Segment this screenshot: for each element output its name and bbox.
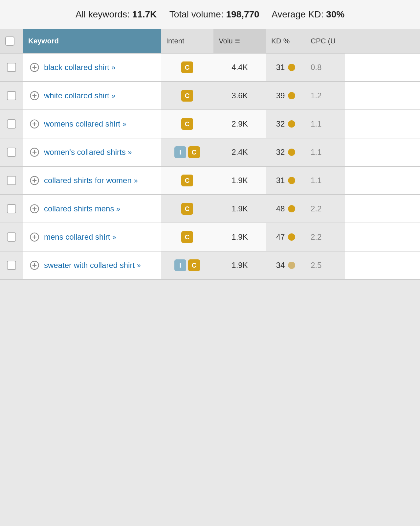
keyword-text[interactable]: women's collared shirts » (44, 147, 132, 157)
keyword-text[interactable]: mens collared shirt » (44, 232, 116, 242)
intent-badge-c: C (181, 61, 193, 73)
table-row: collared shirts mens »C1.9K482.2 (0, 195, 420, 223)
intent-badge-c: C (188, 259, 200, 271)
add-keyword-icon[interactable] (30, 62, 39, 72)
cpc-cell: 2.2 (305, 223, 345, 251)
kd-value: 31 (276, 63, 285, 72)
row-checkbox[interactable] (7, 176, 16, 185)
intent-cell: C (161, 54, 213, 81)
row-checkbox[interactable] (7, 204, 16, 213)
volume-cell: 2.4K (213, 138, 266, 166)
intent-badge-i: I (174, 259, 186, 271)
header-kd: KD % (266, 29, 305, 53)
add-keyword-icon[interactable] (30, 147, 39, 157)
row-checkbox[interactable] (7, 63, 16, 72)
intent-badge-c: C (181, 175, 193, 186)
row-checkbox[interactable] (7, 119, 16, 129)
keyword-text[interactable]: sweater with collared shirt » (44, 260, 141, 271)
row-checkbox-cell (0, 251, 23, 279)
kd-dot (288, 149, 295, 156)
intent-cell: C (161, 82, 213, 109)
volume-cell: 1.9K (213, 223, 266, 251)
kd-cell: 32 (266, 138, 305, 166)
keyword-cell: women's collared shirts » (23, 138, 161, 166)
row-checkbox-cell (0, 167, 23, 194)
header-volume[interactable]: Volu ☰ (213, 29, 266, 53)
volume-cell: 2.9K (213, 110, 266, 138)
header-checkbox-col (0, 29, 23, 53)
header-keyword: Keyword (23, 29, 161, 53)
row-checkbox-cell (0, 110, 23, 138)
volume-cell: 4.4K (213, 54, 266, 81)
volume-cell: 1.9K (213, 251, 266, 279)
keyword-expand-arrows[interactable]: » (111, 92, 115, 100)
all-keywords-value: 11.7K (132, 9, 157, 19)
keyword-text[interactable]: black collared shirt » (44, 62, 116, 73)
header-cpc: CPC (U (305, 29, 345, 53)
table-row: sweater with collared shirt »IC1.9K342.5 (0, 251, 420, 280)
keyword-cell: womens collared shirt » (23, 110, 161, 138)
row-checkbox-cell (0, 195, 23, 223)
kd-value: 32 (276, 119, 285, 129)
volume-cell: 1.9K (213, 195, 266, 223)
keyword-cell: collared shirts mens » (23, 195, 161, 223)
keyword-expand-arrows[interactable]: » (116, 205, 120, 213)
header-checkbox[interactable] (5, 36, 14, 46)
intent-badge-c: C (188, 146, 200, 158)
row-checkbox-cell (0, 82, 23, 109)
keyword-cell: black collared shirt » (23, 54, 161, 81)
avg-kd-label: Average KD: (272, 9, 323, 19)
summary-bar: All keywords: 11.7K Total volume: 198,77… (0, 0, 420, 29)
kd-cell: 31 (266, 54, 305, 81)
intent-badge-c: C (181, 90, 193, 102)
add-keyword-icon[interactable] (30, 232, 39, 242)
add-keyword-icon[interactable] (30, 176, 39, 185)
table-row: white collared shirt »C3.6K391.2 (0, 82, 420, 110)
cpc-cell: 1.2 (305, 82, 345, 109)
keyword-expand-arrows[interactable]: » (128, 148, 132, 156)
keyword-text[interactable]: collared shirts for women » (44, 175, 138, 186)
cpc-cell: 1.1 (305, 110, 345, 138)
kd-value: 39 (276, 91, 285, 100)
add-keyword-icon[interactable] (30, 204, 39, 214)
kd-cell: 48 (266, 195, 305, 223)
keyword-expand-arrows[interactable]: » (112, 233, 116, 241)
kd-value: 47 (276, 232, 285, 242)
kd-dot (288, 205, 295, 212)
row-checkbox[interactable] (7, 261, 16, 270)
cpc-cell: 2.2 (305, 195, 345, 223)
keyword-expand-arrows[interactable]: » (137, 261, 141, 270)
intent-cell: C (161, 195, 213, 223)
sort-icon: ☰ (235, 37, 240, 45)
keyword-expand-arrows[interactable]: » (122, 120, 126, 128)
intent-badge-c: C (181, 118, 193, 130)
kd-value: 34 (276, 261, 285, 270)
row-checkbox[interactable] (7, 148, 16, 157)
keyword-text[interactable]: womens collared shirt » (44, 119, 126, 129)
keyword-expand-arrows[interactable]: » (134, 177, 138, 185)
keyword-text[interactable]: collared shirts mens » (44, 203, 120, 214)
avg-kd-value: 30% (326, 9, 344, 19)
table-row: womens collared shirt »C2.9K321.1 (0, 110, 420, 138)
add-keyword-icon[interactable] (30, 260, 39, 270)
intent-cell: C (161, 167, 213, 194)
intent-badge-c: C (181, 231, 193, 243)
row-checkbox[interactable] (7, 232, 16, 242)
add-keyword-icon[interactable] (30, 91, 39, 101)
keyword-text[interactable]: white collared shirt » (44, 90, 116, 101)
kd-dot (288, 64, 295, 71)
all-keywords-label: All keywords: (76, 9, 130, 19)
keyword-expand-arrows[interactable]: » (111, 63, 115, 72)
kd-dot (288, 177, 295, 184)
table-row: women's collared shirts »IC2.4K321.1 (0, 138, 420, 167)
kd-cell: 34 (266, 251, 305, 279)
kd-value: 48 (276, 204, 285, 213)
intent-cell: C (161, 110, 213, 138)
table-row: mens collared shirt »C1.9K472.2 (0, 223, 420, 251)
row-checkbox[interactable] (7, 91, 16, 100)
cpc-cell: 0.8 (305, 54, 345, 81)
table-header: Keyword Intent Volu ☰ KD % CPC (U (0, 29, 420, 54)
total-volume-label: Total volume: (169, 9, 224, 19)
kd-cell: 39 (266, 82, 305, 109)
add-keyword-icon[interactable] (30, 119, 39, 129)
